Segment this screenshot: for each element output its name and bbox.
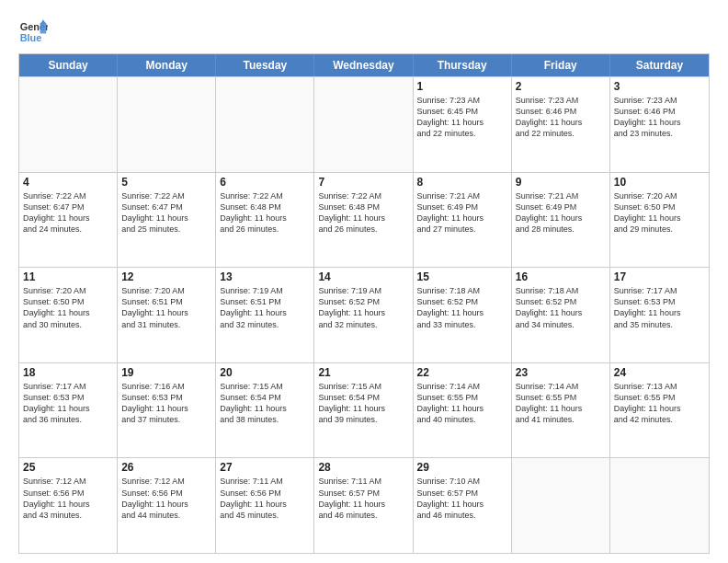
weekday-header-monday: Monday [118, 54, 216, 76]
weekday-header-tuesday: Tuesday [216, 54, 314, 76]
day-number: 9 [516, 176, 606, 189]
day-info: Sunrise: 7:20 AM Sunset: 6:50 PM Dayligh… [614, 190, 705, 236]
day-number: 6 [220, 176, 310, 189]
day-cell-27: 27Sunrise: 7:11 AM Sunset: 6:56 PM Dayli… [216, 458, 314, 553]
day-info: Sunrise: 7:19 AM Sunset: 6:51 PM Dayligh… [220, 285, 310, 330]
empty-cell [314, 77, 413, 172]
weekday-header-thursday: Thursday [414, 54, 512, 76]
day-info: Sunrise: 7:12 AM Sunset: 6:56 PM Dayligh… [23, 476, 113, 521]
day-info: Sunrise: 7:15 AM Sunset: 6:54 PM Dayligh… [220, 381, 310, 426]
day-cell-2: 2Sunrise: 7:23 AM Sunset: 6:46 PM Daylig… [512, 77, 610, 172]
day-number: 20 [220, 366, 310, 379]
day-cell-10: 10Sunrise: 7:20 AM Sunset: 6:50 PM Dayli… [610, 173, 709, 268]
day-number: 7 [318, 176, 408, 189]
empty-cell [610, 458, 709, 553]
day-number: 1 [417, 80, 507, 93]
day-info: Sunrise: 7:14 AM Sunset: 6:55 PM Dayligh… [417, 381, 507, 426]
day-info: Sunrise: 7:23 AM Sunset: 6:46 PM Dayligh… [516, 95, 606, 140]
day-cell-19: 19Sunrise: 7:16 AM Sunset: 6:53 PM Dayli… [118, 363, 216, 458]
empty-cell [216, 77, 314, 172]
day-number: 17 [614, 270, 705, 283]
week-row-5: 25Sunrise: 7:12 AM Sunset: 6:56 PM Dayli… [19, 457, 709, 553]
day-info: Sunrise: 7:23 AM Sunset: 6:45 PM Dayligh… [417, 95, 507, 140]
day-number: 29 [417, 461, 507, 474]
day-number: 13 [220, 270, 310, 283]
day-cell-1: 1Sunrise: 7:23 AM Sunset: 6:45 PM Daylig… [414, 77, 512, 172]
logo: General Blue [18, 17, 51, 46]
day-cell-5: 5Sunrise: 7:22 AM Sunset: 6:47 PM Daylig… [118, 173, 216, 268]
day-info: Sunrise: 7:22 AM Sunset: 6:47 PM Dayligh… [23, 190, 113, 236]
day-number: 21 [318, 366, 408, 379]
day-cell-11: 11Sunrise: 7:20 AM Sunset: 6:50 PM Dayli… [19, 268, 118, 362]
day-cell-14: 14Sunrise: 7:19 AM Sunset: 6:52 PM Dayli… [314, 268, 413, 362]
day-cell-8: 8Sunrise: 7:21 AM Sunset: 6:49 PM Daylig… [414, 173, 512, 268]
week-row-1: 1Sunrise: 7:23 AM Sunset: 6:45 PM Daylig… [19, 76, 709, 172]
day-cell-6: 6Sunrise: 7:22 AM Sunset: 6:48 PM Daylig… [216, 173, 314, 268]
day-number: 8 [417, 176, 507, 189]
day-cell-24: 24Sunrise: 7:13 AM Sunset: 6:55 PM Dayli… [610, 363, 709, 458]
day-info: Sunrise: 7:12 AM Sunset: 6:56 PM Dayligh… [121, 476, 211, 521]
day-number: 28 [318, 461, 408, 474]
day-number: 14 [318, 270, 408, 283]
day-info: Sunrise: 7:11 AM Sunset: 6:56 PM Dayligh… [220, 476, 310, 521]
day-cell-26: 26Sunrise: 7:12 AM Sunset: 6:56 PM Dayli… [118, 458, 216, 553]
day-info: Sunrise: 7:23 AM Sunset: 6:46 PM Dayligh… [614, 95, 705, 140]
day-number: 25 [23, 461, 113, 474]
day-info: Sunrise: 7:16 AM Sunset: 6:53 PM Dayligh… [121, 381, 211, 426]
day-number: 22 [417, 366, 507, 379]
day-info: Sunrise: 7:17 AM Sunset: 6:53 PM Dayligh… [614, 285, 705, 330]
weekday-header-saturday: Saturday [610, 54, 709, 76]
day-number: 18 [23, 366, 113, 379]
day-info: Sunrise: 7:22 AM Sunset: 6:47 PM Dayligh… [121, 190, 211, 236]
svg-marker-2 [40, 23, 47, 34]
day-number: 10 [614, 176, 705, 189]
weekday-header-wednesday: Wednesday [314, 54, 413, 76]
day-cell-21: 21Sunrise: 7:15 AM Sunset: 6:54 PM Dayli… [314, 363, 413, 458]
day-cell-28: 28Sunrise: 7:11 AM Sunset: 6:57 PM Dayli… [314, 458, 413, 553]
day-cell-22: 22Sunrise: 7:14 AM Sunset: 6:55 PM Dayli… [414, 363, 512, 458]
svg-text:Blue: Blue [20, 32, 42, 43]
day-info: Sunrise: 7:14 AM Sunset: 6:55 PM Dayligh… [516, 381, 606, 426]
page: General Blue SundayMondayTuesdayWednesda… [0, 0, 728, 563]
day-number: 3 [614, 80, 705, 93]
day-cell-4: 4Sunrise: 7:22 AM Sunset: 6:47 PM Daylig… [19, 173, 118, 268]
day-info: Sunrise: 7:20 AM Sunset: 6:51 PM Dayligh… [121, 285, 211, 330]
day-number: 26 [121, 461, 211, 474]
day-info: Sunrise: 7:21 AM Sunset: 6:49 PM Dayligh… [417, 190, 507, 236]
day-cell-16: 16Sunrise: 7:18 AM Sunset: 6:52 PM Dayli… [512, 268, 610, 362]
day-cell-25: 25Sunrise: 7:12 AM Sunset: 6:56 PM Dayli… [19, 458, 118, 553]
day-info: Sunrise: 7:11 AM Sunset: 6:57 PM Dayligh… [318, 476, 408, 521]
day-info: Sunrise: 7:15 AM Sunset: 6:54 PM Dayligh… [318, 381, 408, 426]
day-number: 2 [516, 80, 606, 93]
day-number: 19 [121, 366, 211, 379]
weekday-header-sunday: Sunday [19, 54, 118, 76]
day-number: 12 [121, 270, 211, 283]
calendar-header: SundayMondayTuesdayWednesdayThursdayFrid… [19, 54, 709, 76]
day-cell-20: 20Sunrise: 7:15 AM Sunset: 6:54 PM Dayli… [216, 363, 314, 458]
day-number: 15 [417, 270, 507, 283]
day-info: Sunrise: 7:10 AM Sunset: 6:57 PM Dayligh… [417, 476, 507, 521]
day-info: Sunrise: 7:19 AM Sunset: 6:52 PM Dayligh… [318, 285, 408, 330]
day-info: Sunrise: 7:21 AM Sunset: 6:49 PM Dayligh… [516, 190, 606, 236]
day-info: Sunrise: 7:18 AM Sunset: 6:52 PM Dayligh… [516, 285, 606, 330]
day-info: Sunrise: 7:18 AM Sunset: 6:52 PM Dayligh… [417, 285, 507, 330]
day-info: Sunrise: 7:22 AM Sunset: 6:48 PM Dayligh… [318, 190, 408, 236]
day-info: Sunrise: 7:20 AM Sunset: 6:50 PM Dayligh… [23, 285, 113, 330]
week-row-2: 4Sunrise: 7:22 AM Sunset: 6:47 PM Daylig… [19, 172, 709, 268]
header: General Blue [18, 17, 710, 46]
empty-cell [512, 458, 610, 553]
week-row-3: 11Sunrise: 7:20 AM Sunset: 6:50 PM Dayli… [19, 267, 709, 362]
day-cell-13: 13Sunrise: 7:19 AM Sunset: 6:51 PM Dayli… [216, 268, 314, 362]
day-cell-9: 9Sunrise: 7:21 AM Sunset: 6:49 PM Daylig… [512, 173, 610, 268]
day-cell-12: 12Sunrise: 7:20 AM Sunset: 6:51 PM Dayli… [118, 268, 216, 362]
empty-cell [19, 77, 118, 172]
weekday-header-friday: Friday [512, 54, 610, 76]
day-number: 4 [23, 176, 113, 189]
calendar: SundayMondayTuesdayWednesdayThursdayFrid… [18, 53, 710, 554]
day-number: 24 [614, 366, 705, 379]
day-number: 5 [121, 176, 211, 189]
day-info: Sunrise: 7:22 AM Sunset: 6:48 PM Dayligh… [220, 190, 310, 236]
day-number: 27 [220, 461, 310, 474]
day-number: 16 [516, 270, 606, 283]
day-cell-17: 17Sunrise: 7:17 AM Sunset: 6:53 PM Dayli… [610, 268, 709, 362]
